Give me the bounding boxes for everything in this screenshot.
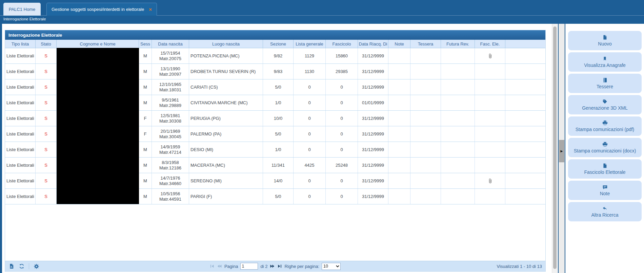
cell-stato: S xyxy=(36,111,57,126)
column-header-stato[interactable]: Stato xyxy=(36,40,57,48)
cell-data-riacq: 31/12/9999 xyxy=(358,189,388,204)
column-header-fascicolo[interactable]: Fascicolo xyxy=(326,40,358,48)
sidebar-button-visualizza-anagrafe[interactable]: Visualizza Anagrafe xyxy=(568,52,642,72)
cell-sesso: M xyxy=(139,64,152,79)
column-header-data-nascita[interactable]: Data nascita xyxy=(152,40,189,48)
cell-futura-rev xyxy=(441,126,475,142)
column-header-futura-rev-[interactable]: Futura Rev. xyxy=(441,40,475,48)
tab-bar: PALC1 Home Gestione soggetti sospesi/int… xyxy=(3,3,157,16)
cell-futura-rev xyxy=(441,111,475,126)
paperclip-icon[interactable] xyxy=(488,178,492,184)
vertical-scrollbar[interactable] xyxy=(552,24,558,273)
cell-sezione: 5/0 xyxy=(263,79,294,95)
cell-lista-generale: 1129 xyxy=(294,48,326,63)
cell-luogo-nascita: SEREGNO (MI) xyxy=(189,173,263,188)
cell-lista-generale: 0 xyxy=(294,126,326,142)
last-page-button[interactable] xyxy=(277,264,282,268)
cell-futura-rev xyxy=(441,79,475,95)
cell-luogo-nascita: PERUGIA (PG) xyxy=(189,111,263,126)
cell-data-nascita: 14/7/1976Matr.34660 xyxy=(152,173,189,188)
column-header-cognome-e-nome[interactable]: Cognome e Nome xyxy=(57,40,139,48)
panel-title: Interrogazione Elettorale xyxy=(5,30,545,40)
cell-note xyxy=(388,111,410,126)
cell-data-nascita: 12/10/1965Matr.18031 xyxy=(152,79,189,95)
cell-lista-generale: 4425 xyxy=(294,158,326,173)
refresh-button[interactable] xyxy=(19,263,24,269)
page-input[interactable] xyxy=(240,263,258,270)
cell-tipo-lista: Liste Elettorali xyxy=(5,158,36,173)
collapse-handle[interactable]: ▶ xyxy=(559,140,564,162)
column-header-tessera[interactable]: Tessera xyxy=(410,40,441,48)
comment-icon xyxy=(602,184,608,190)
sidebar-button-label: Generazione 3D XML xyxy=(582,105,628,111)
sidebar-button-label: Altra Ricerca xyxy=(591,212,618,218)
new-document-icon xyxy=(602,35,607,40)
bookmark-icon xyxy=(603,56,607,61)
cell-tipo-lista: Liste Elettorali xyxy=(5,173,36,188)
app-window: PALC1 Home Gestione soggetti sospesi/int… xyxy=(0,0,644,273)
cell-futura-rev xyxy=(441,64,475,79)
close-tab-icon[interactable]: × xyxy=(149,7,152,12)
redacted-names-overlay xyxy=(57,48,139,204)
rows-per-page-select[interactable]: 10 xyxy=(322,263,341,270)
cell-data-nascita: 15/7/1954Matr.20075 xyxy=(152,48,189,63)
cell-fasc-ele xyxy=(475,158,505,173)
cell-fasc-ele xyxy=(475,142,505,157)
table-header-row: Tipo listaStatoCognome e NomeSessData na… xyxy=(5,40,545,48)
cell-fasc-ele xyxy=(475,111,505,126)
cell-stato: S xyxy=(36,79,57,95)
tab-gestione-soggetti[interactable]: Gestione soggetti sospesi/interdetti in … xyxy=(46,3,157,16)
cell-sezione: 14/0 xyxy=(263,173,294,188)
sidebar-button-nuovo[interactable]: Nuovo xyxy=(568,31,642,50)
cell-stato: S xyxy=(36,126,57,142)
column-header-note[interactable]: Note xyxy=(388,40,410,48)
sidebar-button-tessere[interactable]: Tessere xyxy=(568,74,642,93)
sidebar-button-fascicolo-elettorale[interactable]: Fascicolo Elettorale xyxy=(568,159,642,179)
cell-sezione: 5/0 xyxy=(263,189,294,204)
cell-luogo-nascita: CARIATI (CS) xyxy=(189,79,263,95)
column-header-luogo-nascita[interactable]: Luogo nascita xyxy=(189,40,263,48)
cell-tessera xyxy=(410,158,441,173)
address-book-icon xyxy=(602,77,608,83)
sidebar-button-generazione-3d-xml[interactable]: Generazione 3D XML xyxy=(568,95,642,114)
refresh-icon xyxy=(19,263,24,269)
next-page-icon xyxy=(270,264,275,268)
cell-data-riacq: 31/12/9999 xyxy=(358,79,388,95)
cell-data-riacq: 31/12/9999 xyxy=(358,64,388,79)
sidebar-button-stampa-comunicazioni-pdf[interactable]: Stampa comunicazioni (pdf) xyxy=(568,116,642,136)
cell-lista-generale: 0 xyxy=(294,142,326,157)
cell-stato: S xyxy=(36,142,57,157)
sidebar-splitter[interactable]: ▶ xyxy=(559,24,565,273)
previous-page-button[interactable] xyxy=(217,264,222,268)
cell-stato: S xyxy=(36,48,57,63)
cell-sezione: 9/82 xyxy=(263,48,294,63)
sidebar-button-stampa-comunicazioni-docx[interactable]: Stampa comunicazioni (docx) xyxy=(568,138,642,157)
document-icon xyxy=(602,163,607,168)
cell-sezione: 9/83 xyxy=(263,64,294,79)
sidebar-button-altra-ricerca[interactable]: Altra Ricerca xyxy=(568,202,642,221)
scrollbar-thumb[interactable] xyxy=(553,26,557,269)
column-header-sezione[interactable]: Sezione xyxy=(263,40,294,48)
column-header-tipo-lista[interactable]: Tipo lista xyxy=(5,40,36,48)
cell-lista-generale: 1130 xyxy=(294,64,326,79)
column-header-sess[interactable]: Sess xyxy=(139,40,152,48)
tab-palc1-home[interactable]: PALC1 Home xyxy=(3,3,41,16)
cell-sezione: 1/0 xyxy=(263,95,294,110)
cell-sezione: 5/0 xyxy=(263,126,294,142)
cell-fasc-ele xyxy=(475,126,505,142)
sidebar-button-note[interactable]: Note xyxy=(568,181,642,200)
first-page-icon xyxy=(210,264,215,268)
cell-stato: S xyxy=(36,158,57,173)
column-header-fasc-ele-[interactable]: Fasc. Ele. xyxy=(475,40,505,48)
settings-button[interactable] xyxy=(34,263,39,269)
back-arrow-icon xyxy=(602,206,607,211)
cell-data-riacq: 31/12/9999 xyxy=(358,126,388,142)
export-report-button[interactable] xyxy=(8,263,14,269)
first-page-button[interactable] xyxy=(210,264,215,268)
column-header-data-riacq-di[interactable]: Data Riacq. Di xyxy=(358,40,388,48)
column-header-lista-generale[interactable]: Lista generale xyxy=(294,40,326,48)
cell-fascicolo: 25248 xyxy=(326,158,358,173)
cell-stato: S xyxy=(36,64,57,79)
next-page-button[interactable] xyxy=(270,264,275,268)
paperclip-icon[interactable] xyxy=(488,53,492,59)
